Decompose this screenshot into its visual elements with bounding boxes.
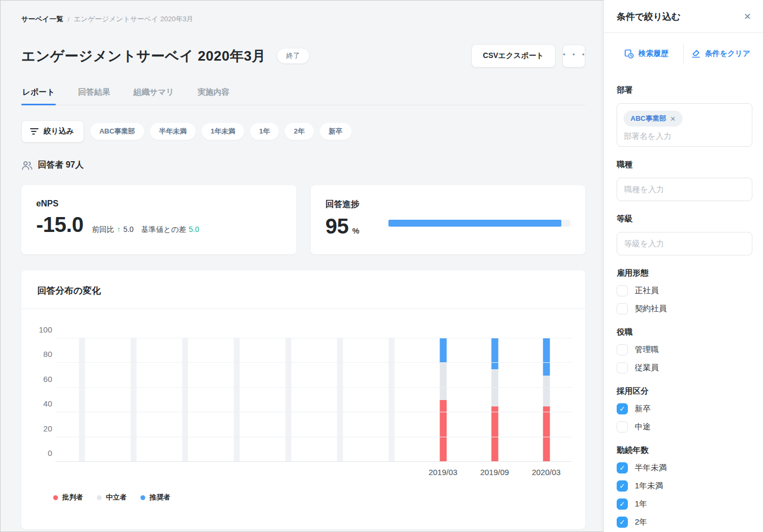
bar-segment-批判者 [491,406,498,462]
clear-conditions-link[interactable]: 条件をクリア [684,49,758,59]
checkbox-row-tenure[interactable]: ✓1年未満 [617,480,752,492]
progress-fill [388,220,561,227]
checkbox-icon[interactable] [617,421,628,433]
department-tag-input[interactable]: ABC事業部✕ [617,103,752,147]
chart-slot: 2020/03 [520,338,572,462]
grade-input[interactable] [624,239,745,248]
section-title-job-type: 職種 [617,160,752,170]
y-axis-tick: 40 [43,399,52,408]
filter-chip[interactable]: 1年 [250,123,279,140]
section-title-position: 役職 [617,327,752,337]
breadcrumb-current: エンゲージメントサーベイ 2020年3月 [74,14,194,24]
checkbox-row-recruitment-type[interactable]: 中途 [617,421,752,433]
tab-org-summary[interactable]: 組織サマリ [132,87,175,105]
chart-slot [107,338,159,462]
checkbox-checked-icon[interactable]: ✓ [617,480,628,492]
tab-implementation[interactable]: 実施内容 [196,87,230,105]
search-history-link[interactable]: 検索履歴 [609,49,683,59]
y-axis-tick: 100 [39,325,52,334]
checkbox-label: 中途 [635,422,651,432]
checkbox-row-tenure[interactable]: ✓2年 [617,517,752,528]
checkbox-row-tenure[interactable]: ✓半年未満 [617,462,752,473]
page-header: エンゲージメントサーベイ 2020年3月 終了 CSVエクスポート ・・・ [21,44,585,68]
checkbox-row-tenure[interactable]: ✓1年 [617,498,752,510]
x-axis-label: 2019/09 [480,468,509,477]
y-axis-tick: 80 [43,350,52,359]
legend-label: 推奨者 [150,493,170,502]
checkbox-checked-icon[interactable]: ✓ [617,462,628,473]
checkbox-row-position[interactable]: 従業員 [617,362,752,373]
filter-chip[interactable]: 2年 [285,123,313,140]
checkbox-icon[interactable] [617,285,628,296]
selected-tag-chip: ABC事業部✕ [624,111,683,127]
bar-segment-批判者 [543,406,550,462]
job-type-input[interactable] [624,185,745,194]
sidebar-links: 検索履歴 条件をクリア [604,33,763,68]
checkbox-row-recruitment-type[interactable]: ✓新卒 [617,403,752,414]
checkbox-row-employment-type[interactable]: 契約社員 [617,303,752,314]
remove-tag-icon[interactable]: ✕ [670,115,676,123]
checkbox-label: 1年 [635,499,647,509]
sidebar-sections: 部署ABC事業部✕職種等級雇用形態正社員契約社員役職管理職従業員採用区分✓新卒中… [604,68,763,528]
checkbox-icon[interactable] [617,362,628,373]
filter-chip[interactable]: ABC事業部 [90,123,144,140]
bar-segment-推奨者 [491,338,498,369]
department-input[interactable] [624,131,745,140]
gridline [56,461,572,462]
chart-slot [314,338,366,462]
checkbox-checked-icon[interactable]: ✓ [617,498,628,510]
filter-section-employment-type: 雇用形態正社員契約社員 [617,268,752,314]
csv-export-button[interactable]: CSVエクスポート [471,44,555,68]
chart-slot: 2019/09 [469,338,520,462]
empty-period-bar [234,338,239,462]
empty-period-bar [337,338,343,462]
bar-segment-推奨者 [439,338,446,363]
progress-unit: % [352,226,359,235]
tag-chip-label: ABC事業部 [631,114,666,123]
checkbox-checked-icon[interactable]: ✓ [617,517,628,528]
section-title-employment-type: 雇用形態 [617,268,752,278]
plot-area: 2019/032019/092020/03 020406080100 [56,338,572,462]
sidebar-header: 条件で絞り込む ✕ [604,0,763,33]
breadcrumb-separator: / [68,15,70,23]
checkbox-icon[interactable] [617,344,628,355]
gridline [56,437,572,437]
legend-dot-icon [97,495,102,500]
filter-chip[interactable]: 1年未満 [202,123,244,140]
close-icon[interactable]: ✕ [744,12,751,21]
more-options-button[interactable]: ・・・ [562,45,585,68]
breadcrumb-root-link[interactable]: サーベイ一覧 [21,14,63,24]
gridline [56,362,572,363]
gridline [56,338,572,338]
progress-bar [388,220,570,227]
page-title: エンゲージメントサーベイ 2020年3月 [21,47,266,65]
progress-track [388,220,570,227]
section-title-department: 部署 [617,85,752,95]
bar-segment-批判者 [439,400,446,462]
people-icon [21,160,33,171]
grade-input-box [617,232,752,255]
tab-report[interactable]: レポート [21,87,56,105]
empty-period-bar [388,338,394,462]
empty-period-bar [130,338,136,462]
checkbox-label: 契約社員 [635,304,667,314]
tab-answers[interactable]: 回答結果 [77,87,111,105]
checkbox-row-employment-type[interactable]: 正社員 [617,285,752,296]
legend-label: 中立者 [106,493,127,502]
checkbox-icon[interactable] [617,303,628,314]
bar-segment-中立者 [491,369,498,406]
filter-button[interactable]: 絞り込み [21,120,84,143]
y-axis-tick: 20 [43,423,52,433]
stacked-bar [543,338,550,462]
filter-section-recruitment-type: 採用区分✓新卒中途 [617,386,752,433]
breadcrumb: サーベイ一覧 / エンゲージメントサーベイ 2020年3月 [21,0,585,24]
filter-chip[interactable]: 新卒 [320,123,352,140]
checkbox-row-position[interactable]: 管理職 [617,344,752,355]
bar-segment-中立者 [543,376,550,406]
ellipsis-icon: ・・・ [560,48,588,61]
filter-chip[interactable]: 半年未満 [150,123,196,140]
chart-title: 回答分布の変化 [21,270,585,309]
legend-dot-icon [140,495,145,500]
checkbox-checked-icon[interactable]: ✓ [617,403,628,414]
checkbox-label: 正社員 [635,286,659,296]
